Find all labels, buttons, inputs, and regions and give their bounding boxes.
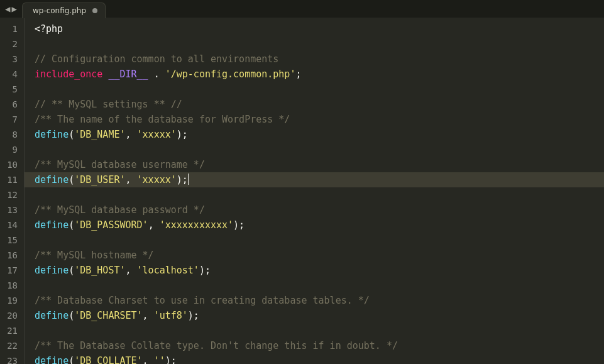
code-line[interactable]: define('DB_CHARSET', 'utf8');	[35, 308, 604, 323]
line-number: 16	[0, 248, 24, 263]
code-line[interactable]: /** The Database Collate type. Don't cha…	[35, 338, 604, 353]
code-line[interactable]	[35, 82, 604, 97]
code-token: 'DB_HOST'	[74, 265, 125, 276]
line-number: 21	[0, 323, 24, 338]
code-token: /** MySQL database password */	[35, 204, 205, 216]
code-token: __DIR__	[108, 69, 148, 80]
code-token: ,	[148, 219, 160, 231]
code-token: ''	[154, 355, 165, 364]
code-token: /** Database Charset to use in creating …	[35, 295, 370, 306]
line-number: 13	[0, 202, 24, 218]
line-number: 18	[0, 278, 24, 293]
code-token: );	[165, 355, 177, 364]
code-token: ;	[295, 69, 301, 80]
code-token: ,	[126, 129, 137, 140]
code-token: define	[35, 265, 69, 276]
line-number: 22	[0, 338, 24, 353]
code-token: (	[69, 310, 74, 321]
code-line[interactable]: // ** MySQL settings ** //	[35, 97, 604, 112]
gutter: 1234567891011121314151617181920212223	[0, 18, 25, 364]
code-token: 'DB_USER'	[74, 174, 125, 185]
code-token: 'DB_PASSWORD'	[74, 219, 148, 231]
code-line[interactable]	[35, 233, 604, 248]
code-line[interactable]	[35, 36, 604, 52]
tab-label: wp-config.php	[33, 2, 86, 19]
code-token: (	[69, 355, 74, 364]
code-token: define	[35, 219, 69, 231]
code-line[interactable]: define('DB_COLLATE', '');	[35, 353, 604, 364]
dirty-indicator-icon	[92, 8, 97, 13]
code-line[interactable]: /** MySQL database password */	[35, 202, 604, 218]
code-line[interactable]: /** Database Charset to use in creating …	[35, 293, 604, 308]
code-token	[148, 69, 154, 80]
code-line[interactable]: define('DB_USER', 'xxxxx');	[35, 172, 604, 187]
code-token: 'xxxxx'	[137, 129, 177, 140]
line-number: 8	[0, 127, 24, 142]
code-line[interactable]: /** The name of the database for WordPre…	[35, 112, 604, 127]
code-token: 'utf8'	[154, 310, 188, 321]
code-token: define	[35, 310, 69, 321]
code-line[interactable]: // Configuration common to all environme…	[35, 52, 604, 67]
code-token: ,	[126, 265, 137, 276]
code-line[interactable]: define('DB_HOST', 'localhost');	[35, 263, 604, 278]
code-token: (	[69, 219, 74, 231]
line-number: 23	[0, 353, 24, 364]
code-token: ,	[143, 355, 154, 364]
line-number: 10	[0, 157, 24, 172]
code-line[interactable]: /** MySQL database username */	[35, 157, 604, 172]
line-number: 5	[0, 82, 24, 97]
code-token: );	[199, 265, 211, 276]
code-token: // Configuration common to all environme…	[35, 53, 278, 65]
line-number: 7	[0, 112, 24, 127]
code-line[interactable]: define('DB_PASSWORD', 'xxxxxxxxxxx');	[35, 218, 604, 233]
code-token	[160, 69, 165, 80]
code-token: '/wp-config.common.php'	[165, 69, 296, 80]
code-token: define	[35, 129, 69, 140]
tab-wp-config[interactable]: wp-config.php	[22, 3, 106, 18]
code-line[interactable]	[35, 278, 604, 293]
code-token: <?php	[35, 23, 63, 35]
code-line[interactable]	[35, 187, 604, 202]
editor: 1234567891011121314151617181920212223 <?…	[0, 18, 604, 364]
line-number: 12	[0, 187, 24, 202]
code-line[interactable]: /** MySQL hostname */	[35, 248, 604, 263]
line-number: 6	[0, 97, 24, 112]
code-token: 'xxxxxxxxxxx'	[160, 219, 233, 231]
code-line[interactable]	[35, 323, 604, 338]
nav-next-icon[interactable]: ▶	[11, 4, 16, 13]
code-token: /** MySQL hostname */	[35, 250, 154, 261]
line-number: 4	[0, 67, 24, 82]
code-line[interactable]: include_once __DIR__ . '/wp-config.commo…	[35, 67, 604, 82]
code-token: );	[177, 129, 188, 140]
code-token: );	[188, 310, 199, 321]
line-number: 17	[0, 263, 24, 278]
titlebar: ◀ ▶ wp-config.php	[0, 0, 604, 18]
code-token: 'localhost'	[137, 265, 199, 276]
code-token: (	[69, 265, 74, 276]
code-token: (	[69, 174, 74, 185]
line-number: 2	[0, 36, 24, 52]
nav-arrows: ◀ ▶	[0, 0, 22, 18]
code-token: ,	[126, 174, 137, 185]
line-number: 3	[0, 52, 24, 67]
code-token: define	[35, 355, 69, 364]
code-token: /** MySQL database username */	[35, 159, 205, 170]
code-token: 'DB_CHARSET'	[74, 310, 142, 321]
code-token: 'DB_NAME'	[74, 129, 125, 140]
code-line[interactable]	[35, 142, 604, 157]
text-cursor-icon	[188, 174, 189, 185]
code-token: );	[233, 219, 244, 231]
code-token: (	[69, 129, 74, 140]
line-number: 20	[0, 308, 24, 323]
line-number: 11	[0, 172, 24, 187]
code-token: // ** MySQL settings ** //	[35, 99, 182, 110]
code-line[interactable]: define('DB_NAME', 'xxxxx');	[35, 127, 604, 142]
code-token: 'DB_COLLATE'	[74, 355, 142, 364]
code-token: ,	[143, 310, 154, 321]
line-number: 1	[0, 21, 24, 36]
line-number: 15	[0, 233, 24, 248]
nav-prev-icon[interactable]: ◀	[5, 4, 10, 13]
code-line[interactable]: <?php	[35, 21, 604, 36]
code-token: define	[35, 174, 69, 185]
code-area[interactable]: <?php// Configuration common to all envi…	[25, 18, 604, 364]
